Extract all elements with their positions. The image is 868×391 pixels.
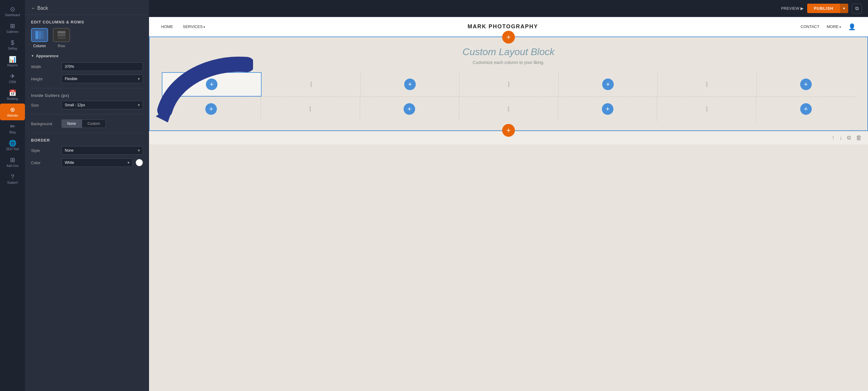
svg-rect-0: [36, 31, 38, 39]
add-row-bottom-button[interactable]: +: [502, 124, 515, 137]
grid-cell-2-3[interactable]: +: [360, 97, 459, 121]
sidebar-item-dashboard[interactable]: ⊙ Dashboard: [0, 3, 25, 20]
add-row-top-button[interactable]: +: [502, 31, 515, 44]
nav-contact[interactable]: CONTACT: [801, 24, 819, 29]
background-label: Background: [31, 121, 58, 126]
divider-2: [31, 114, 143, 114]
edit-panel: ← Back EDIT COLUMNS & ROWS Column: [25, 0, 149, 391]
nav-brand: MARK PHOTOGRAPHY: [467, 24, 538, 30]
size-select-wrapper: Small - 12px Medium - 24px Large - 48px …: [61, 101, 143, 109]
preview-button[interactable]: PREVIEW ▶: [781, 6, 804, 11]
width-row: Width: [31, 62, 143, 71]
border-color-wrapper: White Black Custom ▼: [61, 158, 133, 167]
grid-cell-1-3[interactable]: +: [361, 72, 460, 96]
add-content-btn-1-5[interactable]: +: [602, 79, 614, 90]
grid-cell-2-4[interactable]: [459, 97, 558, 121]
add-content-btn-2-5[interactable]: +: [602, 103, 614, 115]
reports-icon: 📊: [9, 56, 17, 62]
sidebar-item-galleries[interactable]: ⊞ Galleries: [0, 20, 25, 36]
add-content-btn-1-7[interactable]: +: [800, 79, 812, 90]
seo-icon: 🌐: [9, 140, 17, 146]
grid-cell-2-2[interactable]: [261, 97, 360, 121]
background-toggle: None Custom: [61, 119, 106, 128]
block-title: Custom Layout Block: [162, 46, 855, 58]
height-select-wrapper: Flexible Fixed ▼: [61, 75, 143, 83]
color-swatch[interactable]: [136, 159, 143, 166]
sidebar-item-support[interactable]: ? Support: [0, 170, 25, 187]
height-select[interactable]: Flexible Fixed: [61, 75, 143, 83]
appearance-section-toggle[interactable]: ▼ Appearence: [31, 54, 143, 58]
selling-icon: $: [11, 39, 14, 46]
sidebar-item-crm[interactable]: ✈ CRM: [0, 70, 25, 87]
sidebar-item-addons[interactable]: ⊞ Add-Ons: [0, 154, 25, 170]
delete-button[interactable]: 🗑: [856, 134, 862, 141]
nav-services[interactable]: SERVICES: [183, 24, 205, 29]
add-content-btn-2-7[interactable]: +: [800, 103, 812, 115]
cursor-icon: 👆: [168, 83, 179, 93]
drag-handle-2-4[interactable]: [508, 107, 509, 111]
duplicate-button[interactable]: ⧉: [847, 135, 851, 141]
size-select[interactable]: Small - 12px Medium - 24px Large - 48px …: [61, 101, 143, 109]
bg-custom-button[interactable]: Custom: [82, 119, 106, 128]
grid-cell-2-6[interactable]: [657, 97, 756, 121]
appearance-label: Appearence: [36, 54, 58, 58]
gutters-label: Inside Gutters (px): [31, 93, 143, 98]
height-row: Height Flexible Fixed ▼: [31, 75, 143, 83]
icon-sidebar: ⊙ Dashboard ⊞ Galleries $ Selling 📊 Repo…: [0, 0, 25, 391]
row-icon: [57, 30, 66, 39]
nav-home[interactable]: HOME: [161, 24, 173, 29]
website-icon: ⊕: [10, 107, 15, 113]
nav-user-icon[interactable]: 👤: [848, 23, 856, 30]
border-style-select[interactable]: None Solid Dashed Dotted: [61, 146, 143, 155]
border-color-label: Color: [31, 161, 58, 165]
grid-cell-1-1[interactable]: + 👆: [162, 72, 261, 96]
sidebar-item-blog[interactable]: ✏ Blog: [0, 120, 25, 137]
move-down-button[interactable]: ↓: [839, 135, 842, 141]
sidebar-item-selling[interactable]: $ Selling: [0, 36, 25, 53]
move-up-button[interactable]: ↑: [832, 135, 835, 141]
panel-header: ← Back: [25, 0, 149, 15]
drag-handle-1-6[interactable]: [706, 82, 707, 87]
grid-cell-1-6[interactable]: [657, 72, 756, 96]
grid-cell-2-7[interactable]: +: [756, 97, 855, 121]
width-label: Width: [31, 64, 58, 69]
add-content-btn-1-3[interactable]: +: [404, 79, 416, 90]
grid-row-2: + +: [162, 96, 855, 121]
grid-cell-1-4[interactable]: [460, 72, 558, 96]
blog-icon: ✏: [10, 123, 15, 130]
publish-button[interactable]: PUBLISH: [807, 4, 840, 13]
grid-cell-2-5[interactable]: +: [558, 97, 657, 121]
grid-cell-2-1[interactable]: +: [162, 97, 261, 121]
add-content-btn-2-3[interactable]: +: [404, 103, 415, 115]
width-input[interactable]: [61, 62, 143, 71]
svg-rect-5: [58, 37, 65, 39]
grid-cell-1-7[interactable]: +: [757, 72, 855, 96]
bg-none-button[interactable]: None: [61, 119, 82, 128]
nav-more[interactable]: MORE: [827, 24, 841, 29]
drag-handle-2-6[interactable]: [706, 107, 707, 111]
back-button[interactable]: ← Back: [31, 5, 48, 11]
grid-cell-1-5[interactable]: +: [559, 72, 657, 96]
drag-handle-1-2[interactable]: [311, 82, 312, 87]
size-row: Size Small - 12px Medium - 24px Large - …: [31, 101, 143, 109]
column-icon-box: [31, 28, 48, 42]
border-color-select[interactable]: White Black Custom: [61, 158, 133, 167]
drag-handle-1-4[interactable]: [508, 82, 509, 87]
nav-links-right: CONTACT MORE 👤: [801, 23, 856, 30]
add-content-btn-2-1[interactable]: +: [205, 103, 217, 115]
crm-icon: ✈: [10, 73, 15, 79]
booking-icon: 📅: [9, 90, 17, 96]
border-section-label: BORDER: [31, 138, 143, 142]
layout-option-row[interactable]: Row: [53, 28, 70, 48]
sidebar-item-seo[interactable]: 🌐 SEO Tool: [0, 137, 25, 154]
layout-option-column[interactable]: Column: [31, 28, 48, 48]
sidebar-item-reports[interactable]: 📊 Reports: [0, 53, 25, 70]
publish-dropdown-button[interactable]: ▾: [840, 4, 848, 13]
sidebar-item-website[interactable]: ⊕ Website: [0, 104, 25, 120]
sidebar-item-booking[interactable]: 📅 Booking: [0, 87, 25, 104]
window-controls-button[interactable]: ⧉: [852, 4, 862, 13]
border-style-wrapper: None Solid Dashed Dotted ▼: [61, 146, 143, 155]
add-content-btn-1-1[interactable]: +: [206, 79, 217, 90]
grid-cell-1-2[interactable]: [261, 72, 361, 96]
drag-handle-2-2[interactable]: [310, 107, 311, 111]
